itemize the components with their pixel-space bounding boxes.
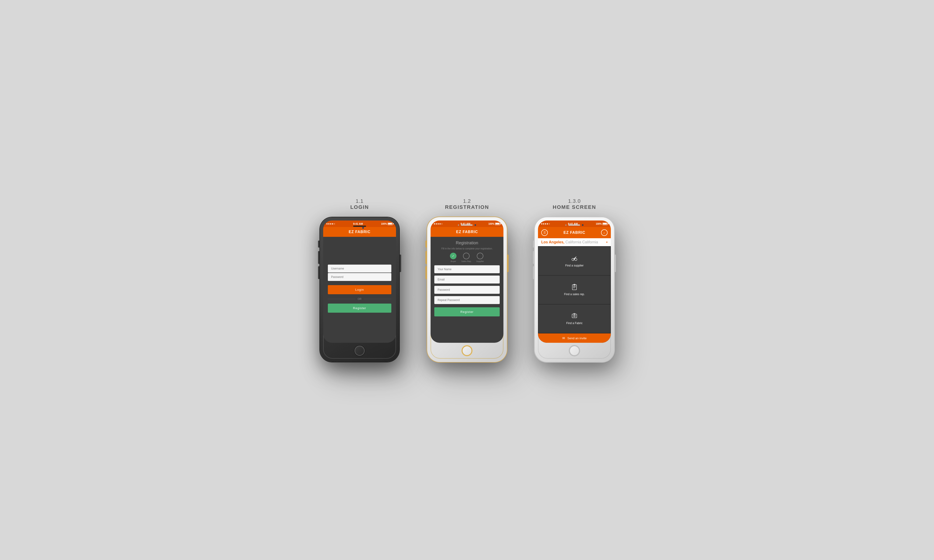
home-screen: 9:41 AM 100% ☰	[538, 220, 611, 343]
role-circle-salesrep	[463, 253, 470, 259]
reg-content: Registration Fill in the info below to c…	[431, 237, 503, 343]
role-circle-supplier	[477, 253, 483, 259]
role-salesrep[interactable]: Sales Rep.	[461, 253, 472, 263]
status-bar-home: 9:41 AM 100%	[538, 220, 611, 227]
phone-dark-body: 9:41 AM 100% EZ FABRIC	[320, 217, 399, 362]
phone-dark-inner: 9:41 AM 100% EZ FABRIC	[323, 220, 396, 358]
menu-item-supplier[interactable]: Find a supplier	[538, 247, 610, 275]
role-buyer[interactable]: ✓ Buyer	[450, 253, 456, 263]
location-state-text: California	[582, 240, 598, 244]
reg-app-title: EZ FABRIC	[433, 230, 501, 234]
password-input[interactable]	[328, 273, 391, 281]
checkmark-icon: ✓	[452, 254, 455, 258]
status-time: 9:41 AM	[353, 222, 363, 225]
home-button-dark[interactable]	[354, 346, 365, 356]
registration-screen: 9:41 AM 100% EZ FABRIC	[431, 220, 503, 343]
phone-white-inner: 9:41 AM 100% EZ FABRIC	[431, 220, 503, 358]
phone-3-container: 1.3.0 HOME SCREEN	[535, 198, 614, 362]
repeat-password-input[interactable]	[434, 296, 500, 304]
register-button[interactable]: Register	[328, 303, 391, 313]
phone-white-body: 9:41 AM 100% EZ FABRIC	[427, 217, 507, 362]
reg-title: Registration	[434, 241, 500, 245]
home-button-white[interactable]	[462, 346, 472, 356]
phone-1-label: 1.1 LOGIN	[350, 198, 369, 210]
phone-3: 9:41 AM 100% ☰	[535, 217, 614, 362]
sig-dot-4	[439, 223, 441, 225]
phone-1: 9:41 AM 100% EZ FABRIC	[320, 217, 399, 362]
svg-point-1	[575, 258, 577, 261]
phone-3-label: 1.3.0 HOME SCREEN	[553, 198, 596, 210]
signal-dot-1	[327, 223, 328, 225]
search-button[interactable]: ⌕	[601, 229, 607, 236]
screen-title-3: HOME SCREEN	[553, 204, 596, 210]
status-bar-reg: 9:41 AM 100%	[431, 220, 503, 227]
screen-version-2: 1.2	[445, 198, 489, 204]
supplier-icon	[571, 255, 578, 263]
salesrep-label: Find a sales rep.	[564, 292, 585, 296]
search-icon: ⌕	[603, 231, 605, 234]
h-sig-dot-2	[543, 223, 544, 225]
home-button-silver[interactable]	[569, 346, 580, 356]
h-sig-dot-1	[541, 223, 543, 225]
h-sig-dot-5	[549, 223, 550, 225]
role-circle-buyer: ✓	[450, 253, 456, 259]
reg-app-header: EZ FABRIC	[431, 227, 503, 237]
role-label-supplier: Supplier	[476, 260, 484, 263]
username-input[interactable]	[328, 265, 391, 272]
screen-title-1: LOGIN	[350, 204, 369, 210]
role-label-buyer: Buyer	[451, 260, 456, 263]
screen-title-2: REGISTRATION	[445, 204, 489, 210]
screen-version-3: 1.3.0	[553, 198, 596, 204]
signal-dots	[327, 223, 335, 225]
reg-submit-button[interactable]: Register	[434, 307, 500, 316]
fabric-label: Find a Fabric	[566, 322, 583, 325]
battery-bar	[388, 223, 393, 225]
sig-dot-3	[438, 223, 439, 225]
phone-1-container: 1.1 LOGIN	[320, 198, 399, 362]
yourname-input[interactable]	[434, 265, 500, 273]
invite-icon: ✉	[562, 336, 565, 340]
login-screen: 9:41 AM 100% EZ FABRIC	[323, 220, 396, 343]
signal-dot-3	[330, 223, 331, 225]
role-supplier[interactable]: Supplier	[476, 253, 484, 263]
or-text: OR	[358, 297, 362, 300]
salesrep-icon	[571, 284, 578, 291]
signal-dot-5	[334, 223, 335, 225]
or-divider: OR	[328, 297, 391, 300]
role-selector: ✓ Buyer Sales Rep. Su	[434, 253, 500, 263]
role-label-salesrep: Sales Rep.	[461, 260, 472, 263]
menu-item-fabric[interactable]: Find a Fabric	[538, 305, 610, 333]
home-content: Los Angeles, California California ▾	[538, 238, 611, 343]
send-invite-bar[interactable]: ✉ Send an invite	[538, 334, 611, 343]
email-input[interactable]	[434, 275, 500, 283]
menu-item-salesrep[interactable]: Find a sales rep.	[538, 275, 610, 304]
battery-bar-home	[603, 223, 607, 225]
battery-fill	[388, 223, 392, 225]
phone-silver-body: 9:41 AM 100% ☰	[535, 217, 614, 362]
sig-dot-5	[441, 223, 442, 225]
screen-group: 1.1 LOGIN	[320, 198, 614, 362]
menu-grid: Find a supplier	[538, 246, 611, 334]
phone-2: 9:41 AM 100% EZ FABRIC	[427, 217, 507, 362]
home-app-title: EZ FABRIC	[563, 231, 585, 235]
menu-button[interactable]: ☰	[541, 229, 548, 236]
battery-pct-reg: 100%	[488, 223, 494, 225]
username-group	[328, 265, 391, 281]
location-state: California	[565, 240, 581, 244]
svg-rect-4	[572, 285, 576, 290]
login-button[interactable]: Login	[328, 285, 391, 294]
phone-silver-inner: 9:41 AM 100% ☰	[538, 220, 611, 358]
battery-fill-reg	[495, 223, 499, 225]
reg-password-input[interactable]	[434, 286, 500, 294]
signal-dots-home	[541, 223, 550, 225]
battery-reg: 100%	[488, 223, 500, 225]
location-city: Los Angeles,	[541, 240, 564, 244]
battery-pct-home: 100%	[596, 223, 602, 225]
location-bar[interactable]: Los Angeles, California California ▾	[538, 238, 611, 246]
battery-indicator: 100%	[381, 223, 393, 225]
sig-dot-2	[436, 223, 437, 225]
reg-subtitle: Fill in the info below to complete your …	[434, 247, 500, 250]
battery-percent: 100%	[381, 223, 387, 225]
h-sig-dot-4	[547, 223, 548, 225]
battery-bar-reg	[495, 223, 500, 225]
